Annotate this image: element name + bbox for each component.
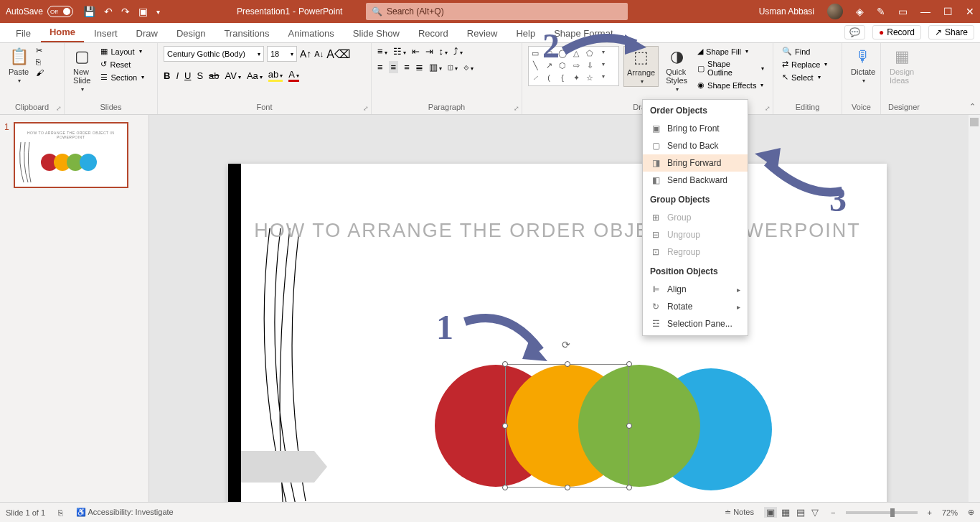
shape-outline-button[interactable]: ▢ Shape Outline▾ <box>694 59 767 78</box>
reset-button[interactable]: ↺ Reset <box>98 59 147 70</box>
zoom-out-icon[interactable]: − <box>831 508 835 517</box>
line-spacing-icon[interactable]: ↕▾ <box>439 46 448 57</box>
search-box[interactable]: 🔍 Search (Alt+Q) <box>366 3 628 20</box>
cut-icon[interactable]: ✂ <box>36 46 44 55</box>
text-direction-icon[interactable]: ⤴▾ <box>453 46 463 57</box>
dictate-button[interactable]: 🎙Dictate▾ <box>848 46 878 85</box>
slide-thumbnail-panel[interactable]: 1 HOW TO ARRANGE THE ORDER OBJECT IN POW… <box>0 115 149 502</box>
rotate-handle-icon[interactable]: ⟳ <box>562 339 570 350</box>
shadow-button[interactable]: S <box>197 70 203 81</box>
tab-review[interactable]: Review <box>458 24 507 42</box>
tab-record[interactable]: Record <box>410 24 457 42</box>
bold-button[interactable]: B <box>164 70 170 81</box>
resize-handle[interactable] <box>502 485 508 490</box>
format-painter-icon[interactable]: 🖌 <box>36 68 44 77</box>
reading-view-icon[interactable]: ▤ <box>794 507 807 518</box>
align-text-icon[interactable]: ⎅▾ <box>448 62 458 73</box>
user-avatar-icon[interactable] <box>827 4 843 19</box>
replace-button[interactable]: ⇄ Replace▾ <box>779 59 830 70</box>
align-left-icon[interactable]: ≡ <box>377 62 383 73</box>
grow-font-icon[interactable]: A↑ <box>300 48 311 60</box>
redo-icon[interactable]: ↷ <box>121 6 130 17</box>
resize-handle[interactable] <box>565 361 570 367</box>
normal-view-icon[interactable]: ▣ <box>764 507 777 518</box>
font-size-select[interactable]: 18▾ <box>267 46 297 62</box>
diamond-icon[interactable]: ◈ <box>856 6 864 17</box>
qat-more-icon[interactable]: ▾ <box>156 8 160 16</box>
user-name[interactable]: Usman Abbasi <box>759 6 814 17</box>
justify-icon[interactable]: ≣ <box>415 62 423 73</box>
bullets-icon[interactable]: ≡▾ <box>377 46 387 57</box>
close-icon[interactable]: ✕ <box>966 6 974 17</box>
callout-shape[interactable] <box>241 451 327 483</box>
rotate-item[interactable]: ↻Rotate▸ <box>643 298 748 315</box>
numbering-icon[interactable]: ☷▾ <box>393 46 406 57</box>
indent-inc-icon[interactable]: ⇥ <box>425 46 433 57</box>
selection-pane-item[interactable]: ☲Selection Pane... <box>643 315 748 332</box>
quick-styles-button[interactable]: ◑Quick Styles▾ <box>663 46 690 94</box>
change-case-icon[interactable]: Aa▾ <box>247 70 263 81</box>
resize-handle[interactable] <box>626 485 632 490</box>
slide[interactable]: HOW TO ARRANGE THE ORDER OBJECT IN POWER… <box>228 164 887 502</box>
bring-forward-item[interactable]: ◨Bring Forward <box>643 154 748 172</box>
char-spacing-icon[interactable]: AV▾ <box>225 70 241 81</box>
align-center-icon[interactable]: ≡ <box>389 61 399 73</box>
tab-transitions[interactable]: Transitions <box>215 24 278 42</box>
shape-fill-button[interactable]: ◢ Shape Fill▾ <box>694 46 767 57</box>
undo-icon[interactable]: ↶ <box>104 6 113 17</box>
slide-title[interactable]: HOW TO ARRANGE THE ORDER OBJECT IN POWER… <box>228 220 887 242</box>
slide-counter[interactable]: Slide 1 of 1 <box>6 508 45 517</box>
selection-box[interactable]: ⟳ <box>505 364 629 488</box>
zoom-in-icon[interactable]: + <box>928 508 932 517</box>
indent-dec-icon[interactable]: ⇤ <box>412 46 420 57</box>
tab-draw[interactable]: Draw <box>128 24 166 42</box>
align-right-icon[interactable]: ≡ <box>404 62 410 73</box>
tab-home[interactable]: Home <box>41 22 84 42</box>
slideshow-view-icon[interactable]: ▽ <box>809 507 821 518</box>
align-item[interactable]: ⊫Align▸ <box>643 281 748 298</box>
shrink-font-icon[interactable]: A↓ <box>314 50 324 58</box>
slide-thumbnail-1[interactable]: HOW TO ARRANGE THE ORDER OBJECT IN POWER… <box>14 122 128 188</box>
save-icon[interactable]: 💾 <box>83 6 95 17</box>
sorter-view-icon[interactable]: ▦ <box>779 507 792 518</box>
autosave-toggle[interactable]: AutoSave Off <box>0 6 73 17</box>
resize-handle[interactable] <box>565 485 570 490</box>
clipboard-launcher-icon[interactable]: ⤢ <box>56 105 62 112</box>
font-name-select[interactable]: Century Gothic (Body)▾ <box>164 46 264 62</box>
send-backward-item[interactable]: ◧Send Backward <box>643 172 748 189</box>
drawing-launcher-icon[interactable]: ⤢ <box>765 105 771 112</box>
columns-icon[interactable]: ▥▾ <box>429 62 442 73</box>
tab-file[interactable]: File <box>7 24 39 42</box>
resize-handle[interactable] <box>626 361 632 367</box>
tab-animations[interactable]: Animations <box>280 24 343 42</box>
notes-button[interactable]: ≐ Notes <box>725 508 754 517</box>
select-button[interactable]: ↖ Select▾ <box>779 72 830 83</box>
highlight-icon[interactable]: ab▾ <box>268 69 283 82</box>
maximize-icon[interactable]: ☐ <box>943 6 953 17</box>
shape-effects-button[interactable]: ◉ Shape Effects▾ <box>694 80 767 90</box>
tab-insert[interactable]: Insert <box>85 24 126 42</box>
underline-button[interactable]: U <box>184 70 191 81</box>
find-button[interactable]: 🔍 Find <box>779 46 830 57</box>
vertical-scrollbar[interactable] <box>969 115 980 502</box>
wand-icon[interactable]: ✎ <box>877 6 885 17</box>
section-button[interactable]: ☰ Section▾ <box>98 72 147 83</box>
strike-button[interactable]: ab <box>209 70 219 81</box>
slide-canvas-area[interactable]: HOW TO ARRANGE THE ORDER OBJECT IN POWER… <box>149 115 980 502</box>
comments-icon[interactable]: 💬 <box>844 25 865 39</box>
clear-format-icon[interactable]: A⌫ <box>326 47 351 61</box>
italic-button[interactable]: I <box>176 70 179 81</box>
minimize-icon[interactable]: — <box>920 6 930 17</box>
paragraph-launcher-icon[interactable]: ⤢ <box>514 105 519 112</box>
resize-handle[interactable] <box>626 423 632 429</box>
design-ideas-button[interactable]: ▦Design Ideas <box>887 46 917 86</box>
tab-help[interactable]: Help <box>507 24 544 42</box>
fit-window-icon[interactable]: ⊕ <box>968 508 974 517</box>
copy-icon[interactable]: ⎘ <box>36 57 44 66</box>
paste-button[interactable]: 📋Paste▾ <box>6 46 32 85</box>
zoom-level[interactable]: 72% <box>942 508 958 517</box>
resize-handle[interactable] <box>502 423 508 429</box>
slideshow-icon[interactable]: ▣ <box>138 6 148 17</box>
smartart-icon[interactable]: ⟐▾ <box>463 62 473 73</box>
share-button[interactable]: ↗Share <box>928 25 974 39</box>
